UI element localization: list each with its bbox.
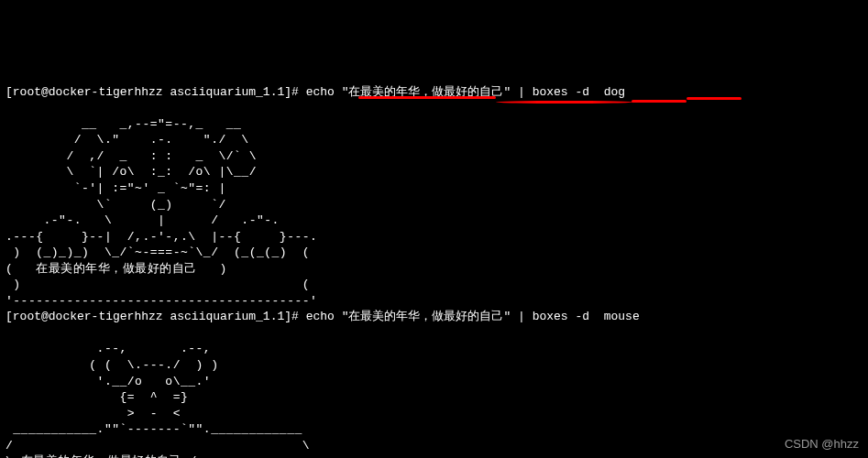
annotation-underline-icon	[496, 101, 633, 104]
shell-prompt-2: [root@docker-tigerhhzz asciiquarium_1.1]…	[5, 310, 306, 323]
annotation-underline-icon	[632, 100, 687, 103]
prompt-line-1[interactable]: [root@docker-tigerhhzz asciiquarium_1.1]…	[5, 84, 863, 101]
annotation-underline-icon	[687, 97, 742, 100]
annotation-underline-icon	[358, 96, 496, 99]
ascii-art-mouse: .--, .--, ( ( \.---./ ) ) '.__/o o\__.' …	[5, 342, 310, 458]
command-2: echo "在最美的年华，做最好的自己" | boxes -d mouse	[306, 310, 640, 323]
terminal-output: [root@docker-tigerhhzz asciiquarium_1.1]…	[5, 68, 863, 458]
prompt-line-2[interactable]: [root@docker-tigerhhzz asciiquarium_1.1]…	[5, 309, 863, 325]
ascii-art-dog: __ _,--="=--,_ __ / \." .-. "./ \ / ,/ _…	[5, 117, 317, 308]
shell-prompt-1: [root@docker-tigerhhzz asciiquarium_1.1]…	[5, 85, 306, 99]
watermark-text: CSDN @hhzz	[785, 436, 859, 453]
